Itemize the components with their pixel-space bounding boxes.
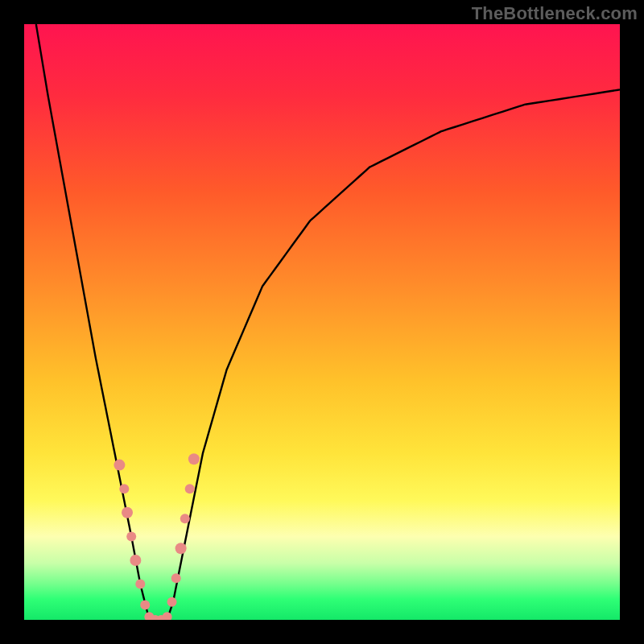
data-marker <box>135 580 145 589</box>
data-marker <box>188 453 200 464</box>
data-marker <box>130 555 141 566</box>
data-marker <box>126 531 136 541</box>
data-marker <box>185 484 195 493</box>
data-marker <box>175 543 187 554</box>
data-marker <box>180 514 190 523</box>
chart-background <box>24 24 620 620</box>
data-marker <box>140 601 150 610</box>
data-marker <box>119 484 129 493</box>
data-marker <box>171 573 181 583</box>
chart-svg <box>24 24 620 620</box>
watermark-text: TheBottleneck.com <box>472 3 638 24</box>
plot-area <box>24 24 620 620</box>
data-marker <box>167 597 177 607</box>
data-marker <box>114 460 125 471</box>
data-marker <box>122 507 133 518</box>
chart-frame: TheBottleneck.com <box>0 0 644 644</box>
